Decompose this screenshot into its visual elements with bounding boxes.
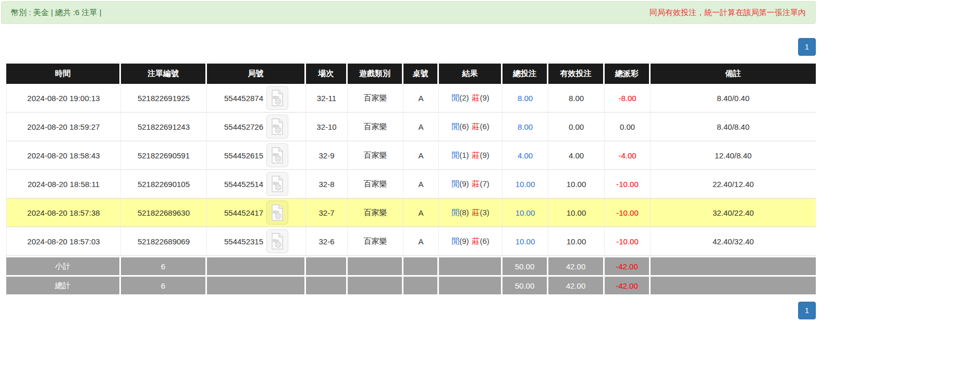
grand-total-label: 總計 [6,275,121,294]
header-total-payout: 總派彩 [605,64,651,84]
table-row: 2024-08-20 19:00:13 521822691925 5544528… [6,84,816,113]
cell-valid-bet: 4.00 [548,141,605,170]
round-number: 554452874 [224,94,263,103]
subtotal-valid-bet: 42.00 [548,256,605,275]
cell-round-id: 554452726 [207,113,306,141]
cell-time: 2024-08-20 19:00:13 [6,84,121,113]
cell-table-no: A [403,170,439,199]
cell-total-bet: 4.00 [503,141,548,170]
film-document-icon [270,90,285,106]
video-replay-button[interactable] [266,115,288,139]
empty-cell [651,275,816,294]
cell-game-type: 百家樂 [348,227,403,256]
table-header-row: 時間 注單編號 局號 場次 遊戲類別 桌號 結果 總投注 有效投注 總派彩 備註 [6,64,816,84]
table-row: 2024-08-20 18:58:43 521822690591 5544526… [6,141,816,170]
cell-bet-id: 521822689630 [121,199,207,227]
pagination-top: 1 [0,38,816,56]
cell-table-no: A [403,199,439,227]
table-row: 2024-08-20 18:59:27 521822691243 5544527… [6,113,816,141]
cell-bet-id: 521822691925 [121,84,207,113]
notice-bar: 幣別 : 美金 | 總共 :6 注單 | 同局有效投注，統一計算在該局第一張注單… [1,1,816,24]
cell-valid-bet: 10.00 [548,227,605,256]
cell-game-type: 百家樂 [348,84,403,113]
cell-session: 32-8 [306,170,348,199]
video-replay-button[interactable] [266,201,288,225]
result-player-label: 閒 [451,237,459,245]
result-player-score: (9) [459,237,469,245]
result-player-label: 閒 [451,93,459,102]
result-banker-label: 莊 [472,208,480,217]
header-bet-id: 注單編號 [121,64,207,84]
cell-round-id: 554452874 [207,84,306,113]
cell-total-bet: 10.00 [503,199,548,227]
cell-total-bet: 8.00 [503,113,548,141]
cell-remark: 42.40/32.40 [651,227,816,256]
subtotal-count: 6 [121,256,207,275]
result-banker-score: (9) [480,151,489,159]
currency-summary-text: 幣別 : 美金 | 總共 :6 注單 | [11,8,102,18]
result-banker-score: (6) [480,237,489,245]
round-number: 554452514 [224,180,263,189]
empty-cell [651,256,816,275]
grand-total-row: 總計 6 50.00 42.00 -42.00 [6,275,816,294]
cell-total-bet: 10.00 [503,170,548,199]
film-document-icon [270,176,285,192]
round-number: 554452315 [224,237,263,246]
header-valid-bet: 有效投注 [548,64,605,84]
cell-bet-id: 521822689069 [121,227,207,256]
cell-time: 2024-08-20 18:59:27 [6,113,121,141]
header-remark: 備註 [651,64,816,84]
cell-total-payout: -10.00 [605,170,651,199]
empty-cell [403,256,439,275]
video-replay-button[interactable] [266,172,288,196]
cell-total-payout: -10.00 [605,199,651,227]
cell-table-no: A [403,113,439,141]
header-game-type: 遊戲類別 [348,64,403,84]
cell-time: 2024-08-20 18:57:03 [6,227,121,256]
empty-cell [306,275,348,294]
cell-result: 閒(9)莊(7) [439,170,503,199]
film-document-icon [270,233,285,250]
round-number: 554452417 [224,208,263,217]
cell-valid-bet: 0.00 [548,113,605,141]
film-document-icon [270,118,285,135]
empty-cell [348,275,403,294]
cell-total-payout: 0.00 [605,113,651,141]
empty-cell [207,275,306,294]
empty-cell [439,256,503,275]
result-banker-score: (6) [480,122,489,131]
cell-remark: 8.40/8.40 [651,113,816,141]
grand-total-valid-bet: 42.00 [548,275,605,294]
cell-valid-bet: 10.00 [548,170,605,199]
pagination-bottom-page-1-button[interactable]: 1 [798,302,816,319]
pagination-bottom: 1 [0,302,816,319]
subtotal-payout: -42.00 [605,256,651,275]
subtotal-total-bet: 50.00 [503,256,548,275]
film-document-icon [270,147,285,164]
video-replay-button[interactable] [266,229,288,253]
header-table-no: 桌號 [403,64,439,84]
result-banker-score: (3) [480,208,489,217]
empty-cell [403,275,439,294]
subtotal-row: 小計 6 50.00 42.00 -42.00 [6,256,816,275]
cell-remark: 22.40/12.40 [651,170,816,199]
result-player-score: (6) [459,122,469,131]
cell-valid-bet: 8.00 [548,84,605,113]
video-replay-button[interactable] [266,143,288,167]
cell-bet-id: 521822691243 [121,113,207,141]
cell-time: 2024-08-20 18:58:43 [6,141,121,170]
cell-total-payout: -4.00 [605,141,651,170]
cell-round-id: 554452315 [207,227,306,256]
empty-cell [207,256,306,275]
cell-round-id: 554452615 [207,141,306,170]
cell-table-no: A [403,227,439,256]
result-player-score: (1) [459,151,469,159]
pagination-page-1-button[interactable]: 1 [798,38,816,56]
cell-time: 2024-08-20 18:58:11 [6,170,121,199]
grand-total-payout: -42.00 [605,275,651,294]
header-session: 場次 [306,64,348,84]
table-row: 2024-08-20 18:57:03 521822689069 5544523… [6,227,816,256]
cell-result: 閒(6)莊(6) [439,113,503,141]
video-replay-button[interactable] [266,86,288,110]
film-document-icon [270,204,285,221]
